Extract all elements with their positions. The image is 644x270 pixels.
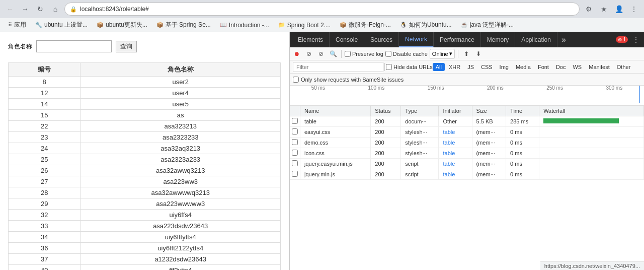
row-checkbox[interactable] bbox=[292, 171, 298, 177]
export-button[interactable]: ⬇ bbox=[473, 49, 484, 59]
table-row[interactable]: 25 asa2323a233 bbox=[9, 154, 281, 165]
initiator-link[interactable]: table bbox=[443, 140, 455, 146]
reload-button[interactable]: ↻ bbox=[34, 3, 46, 15]
bookmark-java[interactable]: ☕ java 泛型详解-... bbox=[457, 20, 518, 30]
tab-console[interactable]: Console bbox=[330, 32, 364, 47]
filter-tag-media[interactable]: Media bbox=[513, 63, 534, 71]
samesite-checkbox[interactable] bbox=[293, 77, 299, 83]
filter-tag-js[interactable]: JS bbox=[464, 63, 477, 71]
col-size[interactable]: Size bbox=[472, 106, 506, 116]
filter-tag-ws[interactable]: WS bbox=[570, 63, 585, 71]
table-row[interactable]: 33 asa223dsdw23643 bbox=[9, 221, 281, 232]
table-row[interactable]: 36 uiy6fft2122ytts4 bbox=[9, 243, 281, 254]
table-row[interactable]: 26 asa32awwq3213 bbox=[9, 165, 281, 176]
forward-button[interactable]: → bbox=[19, 3, 31, 15]
table-row[interactable]: 24 asa32aq3213 bbox=[9, 143, 281, 154]
filter-input[interactable] bbox=[293, 62, 383, 72]
back-button[interactable]: ← bbox=[4, 3, 16, 15]
more-tabs-button[interactable]: » bbox=[557, 35, 570, 44]
network-row[interactable]: demo.css 200 stylesh··· table (mem··· 0 … bbox=[290, 138, 644, 148]
filter-toggle-button[interactable]: ⊘ bbox=[316, 49, 326, 59]
col-waterfall[interactable]: Waterfall bbox=[539, 106, 644, 116]
row-time: 0 ms bbox=[506, 127, 539, 138]
filter-tag-font[interactable]: Font bbox=[535, 63, 552, 71]
hide-data-urls-input[interactable] bbox=[386, 64, 392, 70]
disable-cache-checkbox[interactable]: Disable cache bbox=[385, 51, 428, 57]
tab-elements[interactable]: Elements bbox=[292, 32, 330, 47]
preserve-log-checkbox[interactable]: Preserve log bbox=[345, 51, 383, 57]
filter-tag-other[interactable]: Other bbox=[614, 63, 634, 71]
table-row[interactable]: 8 user2 bbox=[9, 77, 281, 88]
filter-tag-doc[interactable]: Doc bbox=[553, 63, 569, 71]
disable-cache-input[interactable] bbox=[385, 51, 391, 57]
home-button[interactable]: ⌂ bbox=[49, 3, 61, 15]
network-row[interactable]: icon.css 200 stylesh··· table (mem··· 0 … bbox=[290, 148, 644, 159]
table-row[interactable]: 27 asa223ww3 bbox=[9, 176, 281, 187]
initiator-link[interactable]: table bbox=[443, 161, 455, 167]
preserve-log-input[interactable] bbox=[345, 51, 351, 57]
col-initiator[interactable]: Initiator bbox=[439, 106, 472, 116]
bookmark-ubuntu[interactable]: 🐧 如何为Ubuntu... bbox=[396, 20, 456, 30]
filter-tag-img[interactable]: Img bbox=[497, 63, 512, 71]
table-row[interactable]: 28 asa32awwwwq3213 bbox=[9, 187, 281, 198]
table-row[interactable]: 32 uiy6ffs4 bbox=[9, 210, 281, 221]
address-bar[interactable]: 🔒 localhost:8243/role/table# bbox=[64, 3, 580, 16]
bookmark-apps[interactable]: ⠿ 应用 bbox=[4, 20, 30, 30]
network-row[interactable]: jquery.min.js 200 script table (mem··· 0… bbox=[290, 169, 644, 180]
initiator-link[interactable]: table bbox=[443, 171, 455, 177]
initiator-link[interactable]: table bbox=[443, 150, 455, 156]
bookmark-ubuntu-update[interactable]: 📦 ubuntu更新失... bbox=[93, 20, 151, 30]
bookmark-springboot[interactable]: 📁 Spring Boot 2.... bbox=[274, 21, 335, 30]
tab-network[interactable]: Network bbox=[399, 32, 434, 47]
preserve-log-label: Preserve log bbox=[352, 51, 383, 57]
table-row[interactable]: 40 fff2ytts4 bbox=[9, 265, 281, 271]
import-button[interactable]: ⬆ bbox=[461, 49, 471, 59]
network-row[interactable]: table 200 docum··· Other 5.5 KB 285 ms bbox=[290, 116, 644, 127]
row-checkbox[interactable] bbox=[292, 139, 298, 145]
table-row[interactable]: 22 asa323213 bbox=[9, 121, 281, 132]
filter-tag-css[interactable]: CSS bbox=[478, 63, 496, 71]
table-row[interactable]: 29 asa223wwwww3 bbox=[9, 198, 281, 210]
table-row[interactable]: 14 user5 bbox=[9, 99, 281, 110]
profile-button[interactable]: 👤 bbox=[613, 3, 625, 15]
table-row[interactable]: 12 user4 bbox=[9, 88, 281, 99]
bookmark-button[interactable]: ★ bbox=[598, 3, 610, 15]
tab-sources[interactable]: Sources bbox=[364, 32, 399, 47]
role-search-input[interactable] bbox=[36, 40, 112, 52]
tab-performance[interactable]: Performance bbox=[434, 32, 481, 47]
row-checkbox[interactable] bbox=[292, 160, 298, 166]
table-row[interactable]: 37 a1232dsdw23643 bbox=[9, 254, 281, 265]
bookmark-feign[interactable]: 📦 微服务-Feign-... bbox=[336, 20, 395, 30]
col-time[interactable]: Time bbox=[506, 106, 539, 116]
bookmark-spring[interactable]: 📦 基于 Spring Se... bbox=[152, 20, 215, 30]
row-checkbox[interactable] bbox=[292, 150, 298, 156]
menu-button[interactable]: ⋮ bbox=[628, 3, 640, 15]
table-row[interactable]: 23 asa2323233 bbox=[9, 132, 281, 143]
hide-data-urls-checkbox[interactable]: Hide data URLs bbox=[386, 64, 433, 70]
bookmark-ubuntu-settings[interactable]: 🔧 ubuntu 上设置... bbox=[31, 20, 92, 30]
extensions-button[interactable]: ⚙ bbox=[583, 3, 595, 15]
initiator-link[interactable]: table bbox=[443, 129, 455, 135]
tab-application[interactable]: Application bbox=[515, 32, 557, 47]
throttle-selector[interactable]: Online ▾ bbox=[430, 49, 455, 59]
separator-2 bbox=[458, 50, 458, 58]
filter-tag-xhr[interactable]: XHR bbox=[446, 63, 463, 71]
col-status[interactable]: Status bbox=[371, 106, 401, 116]
network-row[interactable]: jquery.easyui.min.js 200 script table (m… bbox=[290, 159, 644, 169]
col-name[interactable]: Name bbox=[300, 106, 371, 116]
row-checkbox[interactable] bbox=[292, 128, 298, 134]
devtools-settings-button[interactable]: ⋮ bbox=[630, 34, 642, 46]
row-checkbox[interactable] bbox=[292, 118, 298, 124]
network-row[interactable]: easyui.css 200 stylesh··· table (mem··· … bbox=[290, 127, 644, 138]
filter-tag-manifest[interactable]: Manifest bbox=[586, 63, 613, 71]
table-row[interactable]: 15 as bbox=[9, 110, 281, 121]
bookmark-intro[interactable]: 📖 Introduction -... bbox=[216, 21, 273, 30]
clear-button[interactable]: ⊘ bbox=[304, 49, 314, 59]
search-button[interactable]: 🔍 bbox=[328, 49, 338, 59]
table-row[interactable]: 34 uiy6fftytts4 bbox=[9, 232, 281, 243]
col-type[interactable]: Type bbox=[401, 106, 439, 116]
tab-memory[interactable]: Memory bbox=[481, 32, 515, 47]
role-search-button[interactable]: 查询 bbox=[116, 41, 137, 52]
filter-tag-all[interactable]: All bbox=[433, 63, 445, 71]
record-button[interactable]: ⏺ bbox=[292, 49, 302, 59]
